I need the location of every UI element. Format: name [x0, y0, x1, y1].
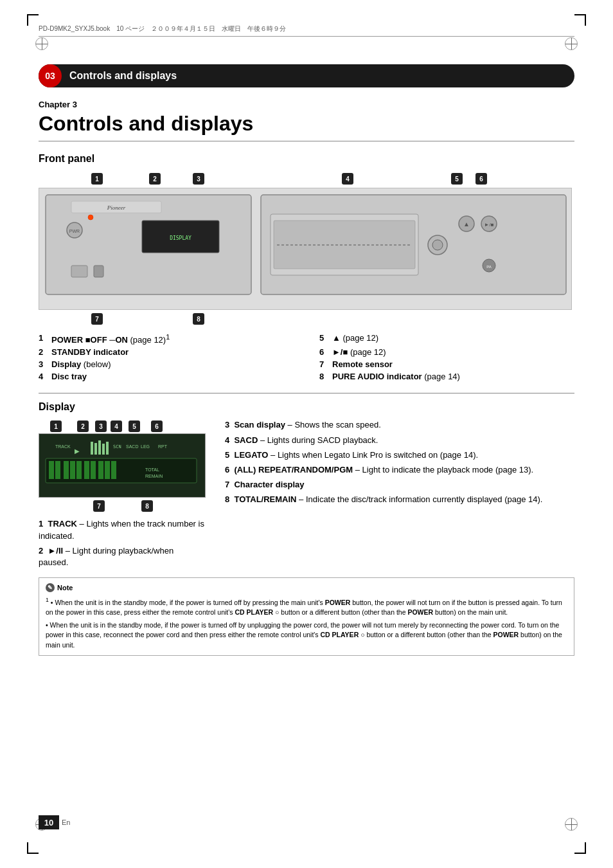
- note-line-2: • When the unit is in the standby mode, …: [46, 620, 567, 651]
- svg-rect-34: [49, 461, 54, 479]
- svg-text:►/■: ►/■: [484, 222, 494, 228]
- svg-text:PWR: PWR: [69, 229, 80, 233]
- reg-mark-br: [565, 818, 578, 831]
- fp-item-3: 3 Display (below): [39, 359, 294, 369]
- disp-num-2: 2: [77, 420, 89, 432]
- svg-rect-35: [55, 461, 60, 479]
- svg-rect-8: [71, 266, 87, 277]
- display-svg: TRACK ▶ SCN SACD LEG RPT: [39, 433, 206, 498]
- svg-rect-38: [76, 461, 82, 479]
- svg-text:RPT: RPT: [158, 444, 168, 449]
- disp-num-3: 3: [95, 420, 107, 432]
- fp-num-1: 1: [91, 173, 103, 185]
- svg-point-15: [432, 240, 443, 250]
- svg-rect-41: [98, 461, 103, 479]
- en-label: En: [62, 818, 70, 826]
- fp-item-4: 4 Disc tray: [39, 372, 294, 381]
- svg-rect-36: [64, 461, 69, 479]
- svg-text:TRACK: TRACK: [55, 444, 71, 449]
- svg-text:Pioneer: Pioneer: [107, 204, 126, 211]
- svg-text:SACD: SACD: [126, 444, 138, 449]
- fp-item-1: 1 POWER ■OFF ─ON (page 12)1: [39, 333, 294, 345]
- disp-num-5: 5: [129, 420, 140, 432]
- svg-text:PA: PA: [486, 265, 492, 269]
- corner-mark-tr: [574, 14, 586, 26]
- display-diagram-row: 1 2 3 4 5 6 TRACK ▶: [39, 419, 574, 568]
- fp-num-8: 8: [193, 313, 204, 325]
- disp-item-8: 8 TOTAL/REMAIN – Indicate the disc/track…: [225, 494, 574, 505]
- disp-item-7: 7 Character display: [225, 479, 574, 491]
- page-number-area: 10 En: [39, 815, 70, 829]
- disp-num-6: 6: [151, 420, 163, 432]
- note-icon: ✎: [46, 583, 55, 592]
- fp-num-2: 2: [149, 173, 161, 185]
- disp-item-2: 2 ►/II – Light during playback/when paus…: [39, 545, 206, 568]
- note-line-1: 1 • When the unit is in the standby mode…: [46, 596, 567, 618]
- svg-rect-39: [84, 461, 89, 479]
- svg-rect-24: [91, 442, 93, 455]
- disp-item-5: 5 LEGATO – Lights when Legato Link Pro i…: [225, 449, 574, 461]
- section-divider: [39, 393, 574, 393]
- chapter-label: Chapter 3: [39, 100, 574, 109]
- main-content: Chapter 3 Controls and displays Front pa…: [39, 100, 574, 656]
- chapter-header: 03 Controls and displays: [39, 64, 574, 87]
- chapter-num-badge: 03: [39, 64, 62, 87]
- disp-num-7: 7: [93, 500, 105, 512]
- fp-num-7: 7: [91, 313, 103, 325]
- svg-rect-26: [98, 440, 101, 455]
- svg-text:REMAIN: REMAIN: [145, 474, 163, 478]
- svg-rect-42: [105, 461, 110, 479]
- front-panel-svg: Pioneer PWR DISPLAY ▲: [39, 188, 572, 310]
- svg-rect-37: [70, 461, 75, 479]
- corner-mark-br: [574, 842, 586, 854]
- svg-rect-27: [102, 444, 105, 455]
- svg-text:DISPLAY: DISPLAY: [170, 235, 191, 241]
- note-box: ✎ Note 1 • When the unit is in the stand…: [39, 577, 574, 656]
- disp-item-3: 3 Scan display – Shows the scan speed.: [225, 419, 574, 431]
- svg-rect-43: [111, 461, 116, 479]
- fp-item-7: 7 Remote sensor: [319, 359, 574, 369]
- fp-num-5: 5: [451, 173, 463, 185]
- fp-num-6: 6: [475, 173, 487, 185]
- fp-item-2: 2 STANDBY indicator: [39, 347, 294, 357]
- disp-num-4: 4: [111, 420, 122, 432]
- disp-item-1: 1 TRACK – Lights when the track number i…: [39, 518, 206, 541]
- svg-text:TOTAL: TOTAL: [145, 467, 159, 472]
- disp-item-4: 4 SACD – Lights during SACD playback.: [225, 435, 574, 446]
- display-diagram: 1 2 3 4 5 6 TRACK ▶: [39, 419, 206, 568]
- disp-item-6: 6 (ALL) REPEAT/RANDOM/PGM – Light to ind…: [225, 464, 574, 476]
- display-items-left: 1 TRACK – Lights when the track number i…: [39, 518, 206, 568]
- chapter-header-title: Controls and displays: [69, 70, 177, 82]
- svg-rect-28: [106, 442, 109, 455]
- svg-rect-40: [91, 461, 96, 479]
- disp-num-8: 8: [141, 500, 153, 512]
- svg-rect-25: [94, 443, 97, 455]
- reg-mark-tl: [35, 37, 48, 50]
- file-info-bar: PD-D9MK2_SYXJ5.book 10 ページ ２００９年４月１５日 水曜…: [39, 24, 574, 37]
- svg-rect-9: [94, 266, 103, 277]
- front-panel-items: 1 POWER ■OFF ─ON (page 12)1 5 ▲ (page 12…: [39, 333, 574, 381]
- fp-item-8: 8 PURE AUDIO indicator (page 14): [319, 372, 574, 381]
- svg-text:SCN: SCN: [113, 444, 121, 449]
- svg-point-5: [88, 215, 93, 220]
- display-section-title: Display: [39, 401, 574, 413]
- svg-text:LEG: LEG: [141, 444, 150, 449]
- reg-mark-tr: [565, 37, 578, 50]
- corner-mark-tl: [27, 14, 39, 26]
- disp-num-1: 1: [50, 420, 62, 432]
- file-info-text: PD-D9MK2_SYXJ5.book 10 ページ ２００９年４月１５日 水曜…: [39, 24, 286, 33]
- note-label: Note: [57, 583, 73, 593]
- corner-mark-bl: [27, 842, 39, 854]
- front-panel-title: Front panel: [39, 153, 574, 165]
- page-title: Controls and displays: [39, 112, 574, 141]
- svg-text:▲: ▲: [463, 221, 470, 228]
- note-title: ✎ Note: [46, 583, 567, 593]
- display-section: Display 1 2 3 4 5 6 TRACK ▶: [39, 401, 574, 568]
- svg-text:▶: ▶: [75, 448, 80, 455]
- fp-item-6: 6 ►/■ (page 12): [319, 347, 574, 357]
- fp-num-3: 3: [193, 173, 204, 185]
- fp-num-4: 4: [342, 173, 353, 185]
- page-num-badge: 10: [39, 815, 59, 829]
- fp-item-5: 5 ▲ (page 12): [319, 333, 574, 345]
- display-items-right: 3 Scan display – Shows the scan speed. 4…: [225, 419, 574, 505]
